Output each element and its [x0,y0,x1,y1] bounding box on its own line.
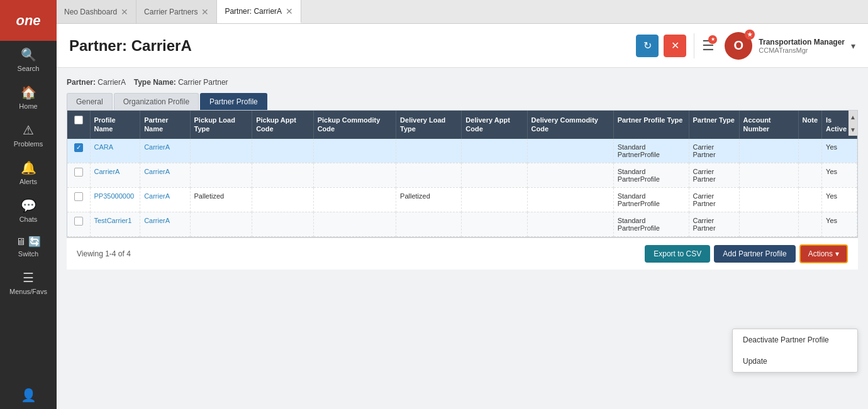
refresh-button[interactable]: ↻ [636,35,659,57]
close-button[interactable]: ✕ [664,35,686,57]
action-deactivate[interactable]: Deactivate Partner Profile [733,329,857,351]
partner-value: CarrierA [97,78,125,87]
warning-icon: ⚠ [23,123,34,138]
sidebar-item-problems[interactable]: ⚠ Problems [0,116,57,154]
tab-close-neo-dashboard[interactable]: ✕ [121,8,128,16]
partner-info: Partner: CarrierA Type Name: Carrier Par… [67,78,858,87]
table-cell [190,163,252,187]
table-cell [462,212,527,236]
table-cell [798,163,821,187]
table-cell: Palletized [396,187,462,212]
add-partner-profile-button[interactable]: Add Partner Profile [714,245,795,263]
tab-carrier-partners[interactable]: Carrier Partners ✕ [136,0,217,23]
table-row[interactable]: ✓CARACarrierAStandard PartnerProfileCarr… [67,139,857,163]
sidebar-item-user[interactable]: 👤 [0,381,57,409]
table-cell [527,163,613,187]
table-cell [190,212,252,236]
row-checkbox[interactable] [74,217,83,226]
table-cell [313,163,396,187]
row-checkbox[interactable] [74,192,83,201]
table-cell[interactable]: CARA [90,139,140,163]
sidebar: one 🔍 Search 🏠 Home ⚠ Problems 🔔 Alerts … [0,0,57,409]
col-header-delivery-load-type: Delivery Load Type [396,111,462,139]
sidebar-item-alerts[interactable]: 🔔 Alerts [0,154,57,192]
table-cell: Standard PartnerProfile [613,212,689,236]
row-checkbox-cell[interactable] [67,212,90,236]
header-user[interactable]: O ★ Transportation Manager CCMATransMgr … [725,32,855,60]
table-cell [190,139,252,163]
col-header-delivery-commodity-code: Delivery Commodity Code [527,111,613,139]
actions-label: Actions [808,249,833,258]
tab-neo-dashboard[interactable]: Neo Dashboard ✕ [57,0,136,23]
tab-close-carrier-partners[interactable]: ✕ [201,8,209,16]
row-checkbox[interactable]: ✓ [74,143,83,152]
content-area: Partner: CarrierA Type Name: Carrier Par… [57,68,868,409]
scroll-arrows: ▲ ▼ [849,111,857,136]
table-cell: Yes [822,212,857,236]
action-update[interactable]: Update [733,351,857,372]
table-cell [313,187,396,212]
select-all-checkbox[interactable] [74,116,83,124]
logo-text: one [16,13,40,29]
table-cell[interactable]: CarrierA [90,163,140,187]
user-badge: ★ [745,30,755,40]
table-row[interactable]: PP35000000CarrierAPalletizedPalletizedSt… [67,187,857,212]
user-dropdown-arrow[interactable]: ▾ [851,41,855,51]
table-cell: Yes [822,163,857,187]
table-cell: Carrier Partner [689,212,739,236]
user-info: Transportation Manager CCMATransMgr [759,38,845,54]
table-cell [252,212,314,236]
col-header-note: Note [798,111,821,139]
table-cell [396,212,462,236]
tab-general-label: General [76,97,103,106]
row-checkbox-cell[interactable]: ✓ [67,139,90,163]
col-header-delivery-appt-code: Delivery Appt Code [462,111,527,139]
table-cell[interactable]: CarrierA [140,139,190,163]
col-header-pickup-load-type: Pickup Load Type [190,111,252,139]
table-cell[interactable]: PP35000000 [90,187,140,212]
search-icon: 🔍 [21,47,36,62]
sidebar-label-menus: Menus/Favs [9,288,47,295]
tab-partner-carriera[interactable]: Partner: CarrierA ✕ [217,0,301,23]
sidebar-item-search[interactable]: 🔍 Search [0,41,57,79]
table-cell[interactable]: CarrierA [140,212,190,236]
sidebar-item-home[interactable]: 🏠 Home [0,79,57,116]
table-cell: Carrier Partner [689,187,739,212]
tab-close-partner-carriera[interactable]: ✕ [286,7,293,16]
notification-badge: ★ [708,35,717,44]
actions-button[interactable]: Actions ▾ [799,244,848,263]
col-header-check[interactable] [67,111,90,139]
tab-label-neo-dashboard: Neo Dashboard [64,8,117,16]
close-icon: ✕ [671,40,679,52]
notification-area[interactable]: ☰ ★ [702,38,715,54]
tab-org-profile[interactable]: Organization Profile [114,93,199,110]
tab-general[interactable]: General [67,93,113,110]
table-cell[interactable]: CarrierA [140,163,190,187]
user-role: CCMATransMgr [759,46,845,54]
tab-label-partner-carriera: Partner: CarrierA [225,7,282,16]
table-cell: Carrier Partner [689,139,739,163]
sidebar-item-switch[interactable]: 🖥 🔄 Switch [0,229,57,264]
table-cell[interactable]: TestCarrier1 [90,212,140,236]
table-row[interactable]: CarrierACarrierAStandard PartnerProfileC… [67,163,857,187]
table-cell: Standard PartnerProfile [613,187,689,212]
export-csv-button[interactable]: Export to CSV [645,245,710,263]
actions-dropdown: Deactivate Partner Profile Update [732,329,858,373]
sidebar-label-alerts: Alerts [19,178,37,185]
app-logo[interactable]: one [0,0,57,41]
row-checkbox-cell[interactable] [67,187,90,212]
scroll-up-arrow[interactable]: ▲ [849,111,857,123]
col-header-profile-name: Profile Name [90,111,140,139]
sidebar-item-menus[interactable]: ☰ Menus/Favs [0,264,57,302]
row-checkbox[interactable] [74,168,83,177]
table-cell [462,187,527,212]
tab-partner-profile[interactable]: Partner Profile [200,93,267,110]
sidebar-item-chats[interactable]: 💬 Chats [0,192,57,229]
col-header-pickup-appt-code: Pickup Appt Code [252,111,314,139]
col-header-partner-name: Partner Name [140,111,190,139]
scroll-down-arrow[interactable]: ▼ [849,123,857,136]
table-cell [739,212,798,236]
table-cell[interactable]: CarrierA [140,187,190,212]
table-row[interactable]: TestCarrier1CarrierAStandard PartnerProf… [67,212,857,236]
row-checkbox-cell[interactable] [67,163,90,187]
